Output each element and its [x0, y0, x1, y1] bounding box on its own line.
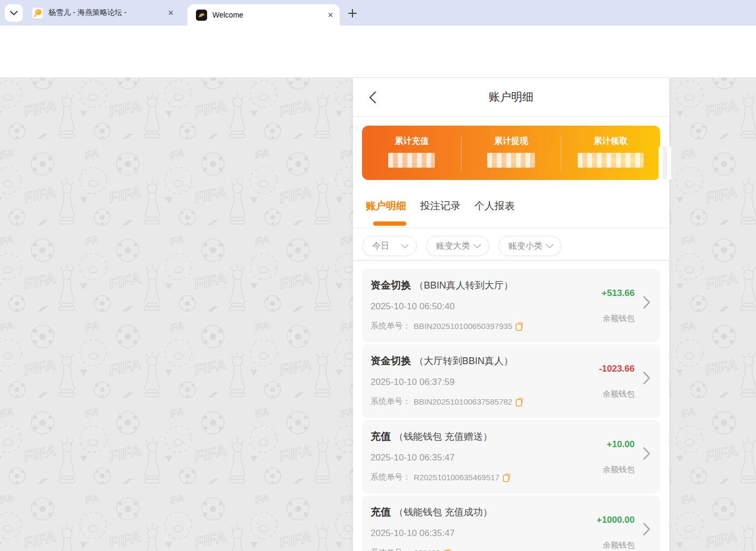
transaction-detail: （钱能钱包 充值赠送） — [394, 431, 492, 442]
chevron-right-icon[interactable] — [643, 371, 651, 385]
stat-total-claim: 累计领取 — [561, 126, 660, 180]
page-background: FIFA FIFA — [0, 78, 756, 551]
order-number: BBIN202510100650397935 — [414, 322, 512, 331]
stat-total-withdraw: 累计提现 — [462, 126, 561, 180]
chevron-down-icon — [10, 11, 18, 15]
browser-tab-active[interactable]: Welcome × — [187, 4, 340, 26]
plus-icon — [348, 9, 357, 18]
order-label: 系统单号： — [371, 397, 410, 407]
chevron-right-icon[interactable] — [643, 295, 651, 309]
transaction-amount: +10.00 — [607, 439, 635, 450]
copy-icon[interactable] — [515, 322, 524, 331]
censored-value — [578, 153, 644, 168]
order-label: 系统单号： — [371, 548, 410, 551]
divider — [353, 227, 669, 228]
tab-account-detail[interactable]: 账户明细 — [366, 199, 406, 213]
browser-tab-inactive[interactable]: 杨雪儿 - 海燕策略论坛 - × — [26, 0, 180, 26]
transaction-type: 资金切换 — [371, 355, 411, 366]
transaction-detail: （钱能钱包 充值成功） — [394, 507, 492, 517]
chevron-right-icon[interactable] — [643, 447, 651, 460]
tab-strip: 杨雪儿 - 海燕策略论坛 - × Welcome × — [0, 0, 756, 26]
order-number: BBIN202510100637585782 — [414, 397, 512, 406]
transaction-type: 资金切换 — [371, 279, 411, 291]
order-number: 200400 — [414, 548, 440, 551]
transaction-datetime: 2025-10-10 06:37:59 — [371, 377, 455, 388]
browser-toolbar: 175616.cc/reports/index — [0, 26, 756, 53]
transaction-detail: （BBIN真人转到大厅） — [414, 280, 513, 291]
wallet-label: 余额钱包 — [603, 465, 635, 475]
forum-favicon-icon — [32, 7, 43, 19]
tab-close-icon[interactable]: × — [327, 10, 333, 20]
copy-icon[interactable] — [503, 473, 511, 482]
copy-icon[interactable] — [443, 548, 452, 551]
order-label: 系统单号： — [371, 321, 410, 331]
chevron-down-icon — [546, 244, 554, 249]
divider — [353, 260, 669, 261]
filter-date-dropdown[interactable]: 今日 — [362, 236, 417, 256]
panel-header: 账户明细 — [353, 78, 669, 117]
censored-value — [388, 153, 435, 168]
stats-card: 累计充值 累计提现 累计领取 — [362, 126, 660, 180]
wallet-label: 余额钱包 — [603, 389, 635, 399]
chevron-right-icon[interactable] — [643, 522, 651, 536]
transaction-type: 充值 — [371, 506, 391, 517]
censored-value — [487, 153, 535, 168]
tab-search-button[interactable] — [5, 4, 23, 22]
transaction-amount: +513.66 — [602, 288, 635, 299]
tab-title: 杨雪儿 - 海燕策略论坛 - — [48, 8, 161, 18]
transaction-datetime: 2025-10-10 06:35:47 — [371, 528, 455, 539]
account-panel: 账户明细 累计充值 累计提现 累计领取 账户明细 投注记录 个人报表 — [353, 78, 669, 551]
order-number: R202510100635469517 — [414, 473, 499, 482]
tab-personal-report[interactable]: 个人报表 — [474, 199, 515, 213]
wallet-label: 余额钱包 — [603, 314, 635, 324]
active-tab-underline — [373, 221, 406, 226]
page-title: 账户明细 — [353, 89, 669, 104]
chevron-down-icon — [401, 244, 409, 249]
filter-subcategory-dropdown[interactable]: 账变小类 — [498, 236, 562, 256]
transaction-row[interactable]: 充值（钱能钱包 充值赠送） 2025-10-10 06:35:47 系统单号：R… — [362, 420, 660, 494]
wallet-label: 余额钱包 — [603, 540, 635, 550]
tab-close-icon[interactable]: × — [168, 8, 174, 18]
transaction-type: 充值 — [371, 431, 391, 442]
tab-title: Welcome — [212, 11, 321, 19]
transaction-datetime: 2025-10-10 06:50:40 — [371, 301, 455, 312]
chevron-down-icon — [473, 244, 481, 249]
transaction-datetime: 2025-10-10 06:35:47 — [371, 453, 455, 463]
divider — [561, 135, 561, 170]
welcome-favicon-icon — [196, 10, 207, 21]
transaction-detail: （大厅转到BBIN真人） — [414, 356, 513, 366]
section-tabs: 账户明细 投注记录 个人报表 — [366, 199, 515, 213]
stat-total-deposit: 累计充值 — [362, 126, 462, 180]
censored-value-overflow — [659, 146, 671, 179]
transaction-amount: -1023.66 — [599, 364, 635, 374]
new-tab-button[interactable] — [345, 6, 360, 21]
order-label: 系统单号： — [371, 472, 410, 482]
transaction-row[interactable]: 充值（钱能钱包 充值成功） 2025-10-10 06:35:47 系统单号：2… — [362, 496, 660, 551]
bookmarks-bar: 淘 爱淘宝 du 百度一下 — [0, 53, 756, 78]
transaction-row[interactable]: 资金切换（BBIN真人转到大厅） 2025-10-10 06:50:40 系统单… — [362, 269, 660, 342]
transaction-row[interactable]: 资金切换（大厅转到BBIN真人） 2025-10-10 06:37:59 系统单… — [362, 344, 660, 418]
copy-icon[interactable] — [515, 397, 524, 407]
tab-bet-records[interactable]: 投注记录 — [420, 199, 461, 213]
divider — [461, 135, 462, 170]
filter-category-dropdown[interactable]: 账变大类 — [426, 236, 489, 256]
transaction-amount: +1000.00 — [597, 515, 635, 525]
